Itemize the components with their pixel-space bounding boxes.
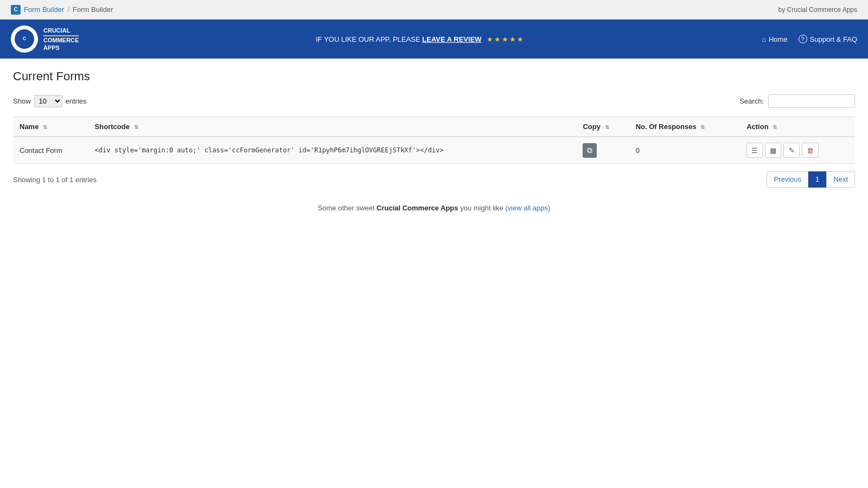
action-buttons: ☰ ▦ ✎ 🗑 — [746, 143, 848, 158]
banner-text-before: IF YOU LIKE OUR APP, PLEASE — [316, 35, 422, 43]
next-button[interactable]: Next — [826, 171, 855, 188]
col-header-shortcode[interactable]: Shortcode ⇅ — [88, 117, 577, 137]
cell-action: ☰ ▦ ✎ 🗑 — [740, 137, 855, 164]
sort-icon-responses: ⇅ — [700, 124, 705, 130]
nav-home-link[interactable]: ⌂ Home — [762, 35, 788, 43]
main-content: Current Forms Show 10 25 50 100 entries … — [0, 59, 868, 488]
breadcrumb-sep: / — [67, 5, 69, 14]
cell-copy: ⧉ — [576, 137, 629, 164]
by-label: by Crucial Commerce Apps — [778, 6, 857, 14]
promo-before: Some other sweet — [318, 204, 376, 212]
sort-icon-shortcode: ⇅ — [134, 124, 138, 130]
cell-name: Contact Form — [13, 137, 88, 164]
col-header-name[interactable]: Name ⇅ — [13, 117, 88, 137]
logo-icon: C — [11, 25, 38, 53]
nav-support-link[interactable]: ? Support & FAQ — [799, 35, 857, 43]
promo-after: you might like — [460, 204, 505, 212]
header-banner: IF YOU LIKE OUR APP, PLEASE LEAVE A REVI… — [79, 35, 762, 43]
show-entries: Show 10 25 50 100 entries — [13, 95, 87, 107]
showing-info: Showing 1 to 1 of 1 entries — [13, 176, 97, 184]
page-1-button[interactable]: 1 — [808, 171, 826, 188]
star-rating: ★★★★★ — [487, 35, 525, 43]
view-responses-button[interactable]: ☰ — [746, 143, 763, 158]
delete-button[interactable]: 🗑 — [802, 143, 819, 158]
list-icon: ☰ — [751, 146, 758, 155]
col-header-responses[interactable]: No. Of Responses ⇅ — [629, 117, 740, 137]
search-label: Search: — [739, 97, 764, 105]
table-controls: Show 10 25 50 100 entries Search: — [13, 94, 855, 108]
cell-shortcode: <div style='margin:0 auto;' class='ccFor… — [88, 137, 577, 164]
logo-text: CRUCIAL COMMERCE APPS — [43, 27, 79, 52]
promo-text: Some other sweet Crucial Commerce Apps y… — [13, 204, 855, 212]
pagination: Previous 1 Next — [767, 171, 855, 188]
data-table: Name ⇅ Shortcode ⇅ Copy ⇅ No. Of Respons… — [13, 117, 855, 164]
delete-icon: 🗑 — [807, 146, 814, 155]
table-footer: Showing 1 to 1 of 1 entries Previous 1 N… — [13, 171, 855, 188]
breadcrumb-root[interactable]: Form Builder — [24, 5, 64, 14]
header-nav: ⌂ Home ? Support & FAQ — [762, 35, 857, 43]
page-title: Current Forms — [13, 69, 855, 84]
search-input[interactable] — [768, 94, 855, 108]
sort-icon-name: ⇅ — [43, 124, 47, 130]
prev-button[interactable]: Previous — [767, 171, 808, 188]
cell-responses: 0 — [629, 137, 740, 164]
edit-button[interactable]: ✎ — [783, 143, 800, 158]
search-box: Search: — [739, 94, 855, 108]
home-icon: ⌂ — [762, 35, 766, 43]
table-row: Contact Form<div style='margin:0 auto;' … — [13, 137, 855, 164]
table-header-row: Name ⇅ Shortcode ⇅ Copy ⇅ No. Of Respons… — [13, 117, 855, 137]
preview-button[interactable]: ▦ — [765, 143, 781, 158]
col-header-action[interactable]: Action ⇅ — [740, 117, 855, 137]
sort-icon-copy: ⇅ — [605, 124, 609, 130]
admin-bar: C Form Builder / Form Builder by Crucial… — [0, 0, 868, 20]
breadcrumb-current: Form Builder — [73, 5, 113, 14]
show-label: Show — [13, 97, 31, 105]
logo-inner: C — [15, 29, 34, 49]
sort-icon-action: ⇅ — [773, 124, 777, 130]
layout-icon: ▦ — [770, 146, 776, 155]
entries-select[interactable]: 10 25 50 100 — [34, 95, 62, 107]
support-icon: ? — [799, 35, 807, 43]
edit-icon: ✎ — [789, 146, 795, 155]
breadcrumb: C Form Builder / Form Builder — [11, 5, 113, 15]
view-all-apps-link[interactable]: (view all apps) — [505, 204, 550, 212]
header-bar: C CRUCIAL COMMERCE APPS IF YOU LIKE OUR … — [0, 20, 868, 59]
entries-label: entries — [66, 97, 87, 105]
app-icon: C — [11, 5, 21, 15]
col-header-copy[interactable]: Copy ⇅ — [576, 117, 629, 137]
copy-button[interactable]: ⧉ — [583, 143, 597, 158]
header-logo: C CRUCIAL COMMERCE APPS — [11, 25, 79, 53]
promo-brand: Crucial Commerce Apps — [376, 204, 458, 212]
leave-review-link[interactable]: LEAVE A REVIEW — [422, 35, 481, 43]
